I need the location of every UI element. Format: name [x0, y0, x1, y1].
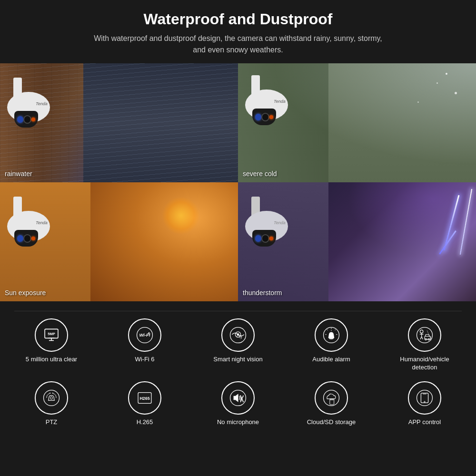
icon-h265: H265 [128, 381, 161, 415]
features-row-1: 5MP 5 million ultra clear Wi-Fi 6 Wi-Fi … [5, 318, 471, 372]
h265-icon: H265 [136, 389, 154, 407]
label-sun: Sun exposure [5, 289, 46, 297]
mic-off-icon [229, 389, 247, 407]
feature-nomicrophone: No microphone [195, 381, 281, 426]
page-wrapper: Waterproof and Dustproof With waterproof… [0, 0, 476, 476]
feature-alarm: Audible alarm [288, 318, 374, 364]
feature-h265-label: H.265 [137, 418, 153, 426]
icon-5mp: 5MP [35, 318, 68, 352]
ptz-camera-icon [42, 389, 60, 407]
wifi6-icon: Wi-Fi 6 [136, 326, 154, 344]
svg-text:5MP: 5MP [48, 332, 55, 336]
svg-text:6: 6 [148, 332, 150, 335]
eye-signal-icon [229, 326, 247, 344]
bell-light-icon [322, 326, 340, 344]
svg-point-18 [420, 330, 423, 333]
svg-line-21 [420, 337, 422, 339]
svg-point-45 [424, 401, 426, 403]
feature-cloudstorage: Cloud/SD storage [288, 381, 374, 426]
svg-point-17 [417, 327, 433, 343]
feature-detection-label: Humanoid/vehicledetection [400, 356, 449, 372]
features-section: 5MP 5 million ultra clear Wi-Fi 6 Wi-Fi … [0, 301, 476, 441]
feature-ptz: PTZ [9, 381, 94, 426]
icon-wifi6: Wi-Fi 6 [128, 318, 161, 352]
weather-grid: Tenda rainwater [0, 63, 476, 301]
svg-line-26 [427, 330, 431, 341]
tablet-icon [416, 389, 434, 407]
feature-h265: H265 H.265 [102, 381, 188, 426]
feature-ptz-label: PTZ [46, 418, 58, 426]
weather-cell-thunder: Tenda thunderstorm [238, 182, 476, 301]
feature-alarm-label: Audible alarm [312, 356, 350, 364]
feature-5mp: 5MP 5 million ultra clear [9, 318, 94, 364]
feature-wifi6: Wi-Fi 6 Wi-Fi 6 [102, 318, 188, 364]
icon-detection [408, 318, 441, 352]
svg-point-37 [324, 390, 339, 406]
svg-point-28 [50, 397, 52, 399]
icon-cloudstorage [315, 381, 348, 415]
svg-point-27 [44, 390, 60, 406]
page-description: With waterproof and dustproof design, th… [10, 33, 466, 56]
weather-cell-sun: Tenda Sun exposure [0, 182, 238, 301]
label-rainwater: rainwater [5, 170, 32, 178]
divider-top [14, 311, 462, 311]
feature-app: APP control [382, 381, 467, 426]
svg-line-15 [327, 329, 328, 330]
feature-cloudstorage-label: Cloud/SD storage [307, 418, 356, 426]
weather-cell-rainwater: Tenda rainwater [0, 63, 238, 182]
label-thunder: thunderstorm [243, 289, 282, 297]
feature-nightvision-label: Smart night vision [213, 356, 262, 364]
icon-app [408, 381, 441, 415]
feature-app-label: APP control [408, 418, 441, 426]
cloud-sd-icon [322, 389, 340, 407]
feature-detection: Humanoid/vehicledetection [382, 318, 467, 372]
feature-nomicrophone-label: No microphone [217, 418, 259, 426]
svg-line-22 [422, 337, 423, 339]
svg-text:H265: H265 [139, 396, 149, 401]
svg-point-43 [417, 390, 433, 406]
feature-nightvision: Smart night vision [195, 318, 281, 364]
features-row-2: PTZ H265 H.265 [5, 381, 471, 426]
icon-ptz [35, 381, 68, 415]
monitor-icon: 5MP [42, 326, 60, 344]
svg-marker-34 [234, 394, 238, 401]
person-car-icon [416, 326, 434, 344]
feature-5mp-label: 5 million ultra clear [26, 356, 77, 364]
header-section: Waterproof and Dustproof With waterproof… [0, 0, 476, 63]
page-title: Waterproof and Dustproof [10, 10, 466, 28]
feature-wifi6-label: Wi-Fi 6 [135, 356, 154, 364]
weather-cell-cold: Tenda severe cold [238, 63, 476, 182]
svg-line-13 [335, 329, 336, 330]
icon-nightvision [221, 318, 255, 352]
icon-nomicrophone [221, 381, 255, 415]
icon-alarm [315, 318, 348, 352]
label-cold: severe cold [243, 170, 277, 178]
